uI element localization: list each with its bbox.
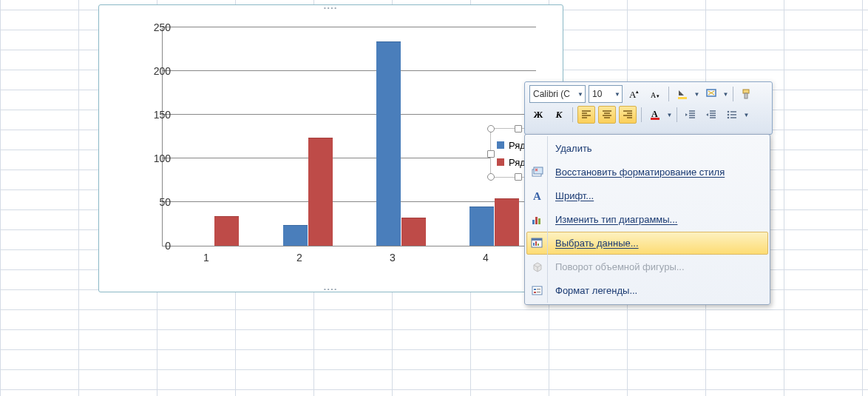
bold-button[interactable]: Ж xyxy=(529,106,547,124)
bar-series2-cat2[interactable] xyxy=(308,138,333,246)
svg-point-10 xyxy=(728,111,730,113)
svg-text:A: A xyxy=(651,91,657,99)
svg-point-12 xyxy=(728,117,730,119)
bar-series2-cat3[interactable] xyxy=(401,218,426,246)
font-color-button[interactable]: A xyxy=(646,106,664,124)
selection-handle[interactable] xyxy=(515,173,522,181)
align-right-button[interactable] xyxy=(619,106,637,124)
blank-icon xyxy=(527,138,548,159)
fill-color-dropdown[interactable]: ▼ xyxy=(694,86,699,102)
select-data-icon xyxy=(527,232,548,254)
svg-rect-27 xyxy=(537,289,540,289)
svg-rect-26 xyxy=(534,292,536,293)
italic-button[interactable]: К xyxy=(550,106,568,124)
legend-swatch-red xyxy=(497,158,504,166)
selection-handle[interactable] xyxy=(487,150,495,158)
svg-rect-25 xyxy=(534,289,536,290)
gridline xyxy=(163,27,536,27)
align-center-button[interactable] xyxy=(598,106,616,124)
svg-rect-20 xyxy=(532,238,542,241)
bar-series2-cat1[interactable] xyxy=(214,216,239,246)
y-tick-label: 100 xyxy=(130,152,171,164)
menu-label: Удалить xyxy=(548,143,600,154)
bullets-dropdown[interactable]: ▼ xyxy=(744,107,749,123)
selection-handle[interactable] xyxy=(487,125,495,132)
menu-item-change-chart-type[interactable]: Изменить тип диаграммы... xyxy=(526,208,768,231)
font-icon: A xyxy=(527,185,548,207)
selection-handle[interactable] xyxy=(515,125,522,132)
svg-point-11 xyxy=(728,114,730,116)
format-legend-icon xyxy=(527,280,548,301)
border-button[interactable] xyxy=(702,85,720,103)
font-name-combo[interactable]: Calibri (С▼ xyxy=(529,85,586,103)
svg-rect-7 xyxy=(745,93,747,98)
bar-series1-cat2[interactable] xyxy=(283,225,308,246)
x-tick-label: 2 xyxy=(288,252,311,264)
menu-label: Изменить тип диаграммы... xyxy=(548,214,685,225)
svg-rect-4 xyxy=(678,97,687,99)
svg-rect-17 xyxy=(535,217,538,224)
align-left-button[interactable] xyxy=(577,106,595,124)
menu-label: Выбрать данные... xyxy=(548,238,646,249)
svg-text:A: A xyxy=(533,190,541,202)
font-size-value: 10 xyxy=(592,89,602,99)
border-dropdown[interactable]: ▼ xyxy=(723,86,728,102)
menu-item-reset-style[interactable]: Восстановить форматирование стиля xyxy=(526,161,768,184)
bar-series1-cat4[interactable] xyxy=(469,207,494,246)
svg-text:▾: ▾ xyxy=(657,93,660,98)
plot-region xyxy=(162,27,536,246)
y-tick-label: 0 xyxy=(130,240,171,252)
svg-rect-21 xyxy=(533,243,535,246)
svg-text:▴: ▴ xyxy=(636,89,639,94)
menu-item-font[interactable]: A Шрифт... xyxy=(526,184,768,207)
menu-label: Поворот объемной фигуры... xyxy=(548,261,692,272)
menu-label: Шрифт... xyxy=(548,190,601,201)
gridline xyxy=(163,201,536,202)
gridline xyxy=(163,114,536,115)
chart-handle-bottom[interactable]: •••• xyxy=(324,286,338,292)
gridline xyxy=(163,158,536,158)
x-tick-label: 1 xyxy=(195,252,217,264)
shrink-font-button[interactable]: A▾ xyxy=(646,85,664,103)
x-tick-label: 4 xyxy=(475,252,497,264)
selection-handle[interactable] xyxy=(487,173,495,181)
font-name-value: Calibri (С xyxy=(533,89,570,99)
svg-rect-6 xyxy=(743,90,749,93)
svg-rect-16 xyxy=(532,220,535,224)
cube-icon xyxy=(527,256,548,278)
chart-handle-top[interactable]: •••• xyxy=(324,4,338,11)
svg-rect-28 xyxy=(537,292,540,292)
bar-series1-cat3[interactable] xyxy=(376,41,401,246)
chart-type-icon xyxy=(527,209,548,230)
font-color-dropdown[interactable]: ▼ xyxy=(667,107,672,123)
mini-toolbar[interactable]: Calibri (С▼ 10▼ A▴ A▾ ▼ ▼ Ж К xyxy=(524,81,773,135)
menu-label: Формат легенды... xyxy=(548,285,645,296)
format-painter-button[interactable] xyxy=(738,85,756,103)
svg-rect-22 xyxy=(535,241,537,246)
menu-item-select-data[interactable]: Выбрать данные... xyxy=(526,232,768,255)
menu-item-delete[interactable]: Удалить xyxy=(526,137,768,160)
decrease-indent-button[interactable] xyxy=(682,106,699,124)
y-tick-label: 50 xyxy=(130,196,171,208)
svg-rect-18 xyxy=(538,218,540,224)
bullets-button[interactable] xyxy=(723,106,741,124)
gridline xyxy=(163,70,536,71)
context-menu[interactable]: Удалить Восстановить форматирование стил… xyxy=(524,134,770,305)
reset-style-icon xyxy=(527,161,548,183)
font-size-combo[interactable]: 10▼ xyxy=(589,85,623,103)
increase-indent-button[interactable] xyxy=(702,106,720,124)
x-tick-label: 3 xyxy=(382,252,404,264)
menu-item-format-legend[interactable]: Формат легенды... xyxy=(526,279,768,302)
bar-series2-cat4[interactable] xyxy=(495,198,519,246)
svg-rect-9 xyxy=(651,118,660,120)
chart-plot-area[interactable]: 0 50 100 150 200 250 1 2 3 4 xyxy=(118,20,546,272)
y-tick-label: 200 xyxy=(130,65,171,77)
y-tick-label: 250 xyxy=(130,21,171,33)
grow-font-button[interactable]: A▴ xyxy=(625,85,643,103)
y-tick-label: 150 xyxy=(130,109,171,121)
svg-rect-24 xyxy=(532,286,542,295)
menu-label: Восстановить форматирование стиля xyxy=(548,167,732,178)
svg-rect-23 xyxy=(538,244,539,246)
fill-color-button[interactable] xyxy=(674,85,691,103)
menu-item-3d-rotation: Поворот объемной фигуры... xyxy=(526,255,768,278)
